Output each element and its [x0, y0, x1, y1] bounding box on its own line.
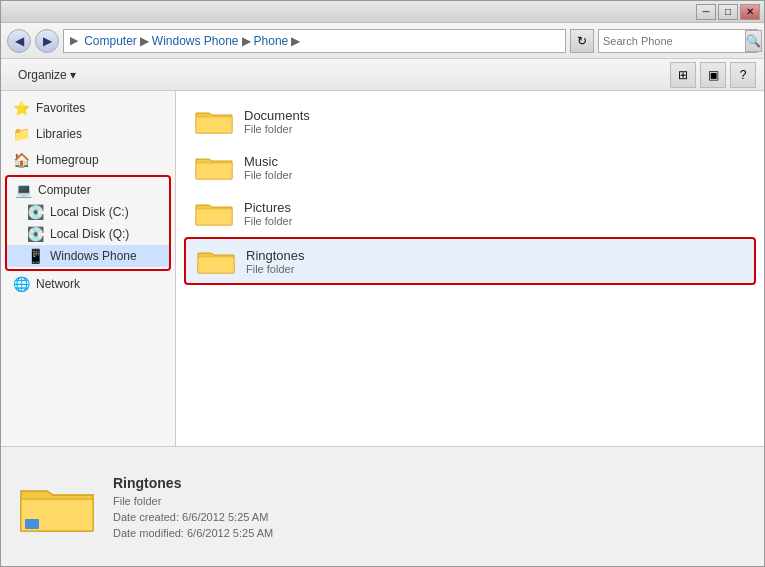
file-item-documents[interactable]: Documents File folder [184, 99, 756, 143]
file-item-music[interactable]: Music File folder [184, 145, 756, 189]
file-info-ringtones: Ringtones File folder [246, 248, 305, 275]
main-content: ⭐ Favorites 📁 Libraries 🏠 Homegroup [1, 91, 764, 446]
computer-section: 💻 Computer 💽 Local Disk (C:) 💽 Local Dis… [5, 175, 171, 271]
file-name-music: Music [244, 154, 292, 169]
sidebar-item-homegroup[interactable]: 🏠 Homegroup [1, 149, 175, 171]
sidebar: ⭐ Favorites 📁 Libraries 🏠 Homegroup [1, 91, 176, 446]
refresh-button[interactable]: ↻ [570, 29, 594, 53]
local-q-icon: 💽 [27, 226, 44, 242]
file-name-pictures: Pictures [244, 200, 292, 215]
search-input[interactable] [599, 35, 745, 47]
sidebar-item-local-q[interactable]: 💽 Local Disk (Q:) [7, 223, 169, 245]
file-info-pictures: Pictures File folder [244, 200, 292, 227]
file-type-ringtones: File folder [246, 263, 305, 275]
computer-label: Computer [38, 183, 161, 197]
search-bar: 🔍 [598, 29, 758, 53]
breadcrumb-sep-3: ▶ [291, 34, 300, 48]
title-bar: ─ □ ✕ [1, 1, 764, 23]
date-modified-label: Date modified: [113, 527, 184, 539]
date-modified-value: 6/6/2012 5:25 AM [187, 527, 273, 539]
organize-label: Organize [18, 68, 67, 82]
preview-name: Ringtones [113, 475, 273, 491]
title-bar-buttons: ─ □ ✕ [696, 4, 760, 20]
file-name-ringtones: Ringtones [246, 248, 305, 263]
preview-date-created: Date created: 6/6/2012 5:25 AM [113, 511, 273, 523]
help-button[interactable]: ? [730, 62, 756, 88]
local-c-label: Local Disk (C:) [50, 205, 161, 219]
folder-icon-music [194, 151, 234, 183]
favorites-section: ⭐ Favorites [1, 97, 175, 119]
toolbar: Organize ▾ ⊞ ▣ ? [1, 59, 764, 91]
organize-button[interactable]: Organize ▾ [9, 64, 85, 86]
maximize-button[interactable]: □ [718, 4, 738, 20]
breadcrumb-sep-2: ▶ [242, 34, 251, 48]
breadcrumb: ▶ Computer ▶ Windows Phone ▶ Phone ▶ [63, 29, 566, 53]
network-label: Network [36, 277, 167, 291]
favorites-label: Favorites [36, 101, 167, 115]
view-icon: ⊞ [678, 68, 688, 82]
libraries-label: Libraries [36, 127, 167, 141]
explorer-window: ─ □ ✕ ◀ ▶ ▶ Computer ▶ Windows Phone ▶ P… [0, 0, 765, 567]
search-button[interactable]: 🔍 [745, 30, 762, 52]
sidebar-item-network[interactable]: 🌐 Network [1, 273, 175, 295]
favorites-icon: ⭐ [13, 100, 30, 116]
minimize-button[interactable]: ─ [696, 4, 716, 20]
preview-type: File folder [113, 495, 273, 507]
file-item-ringtones[interactable]: Ringtones File folder [184, 237, 756, 285]
sidebar-item-computer[interactable]: 💻 Computer [7, 179, 169, 201]
breadcrumb-sep-1: ▶ [140, 34, 149, 48]
close-button[interactable]: ✕ [740, 4, 760, 20]
back-button[interactable]: ◀ [7, 29, 31, 53]
breadcrumb-phone[interactable]: Phone [254, 34, 289, 48]
file-type-pictures: File folder [244, 215, 292, 227]
homegroup-icon: 🏠 [13, 152, 30, 168]
sidebar-item-favorites[interactable]: ⭐ Favorites [1, 97, 175, 119]
libraries-section: 📁 Libraries [1, 123, 175, 145]
network-section: 🌐 Network [1, 273, 175, 295]
folder-icon-pictures [194, 197, 234, 229]
windows-phone-icon: 📱 [27, 248, 44, 264]
pane-icon: ▣ [708, 68, 719, 82]
folder-icon-ringtones [196, 245, 236, 277]
view-button[interactable]: ⊞ [670, 62, 696, 88]
forward-button[interactable]: ▶ [35, 29, 59, 53]
nav-bar: ◀ ▶ ▶ Computer ▶ Windows Phone ▶ Phone ▶… [1, 23, 764, 59]
homegroup-label: Homegroup [36, 153, 167, 167]
preview-folder-icon [17, 467, 97, 547]
sidebar-item-local-c[interactable]: 💽 Local Disk (C:) [7, 201, 169, 223]
file-item-pictures[interactable]: Pictures File folder [184, 191, 756, 235]
svg-rect-0 [25, 519, 39, 529]
help-icon: ? [740, 68, 747, 82]
folder-icon-documents [194, 105, 234, 137]
sidebar-item-libraries[interactable]: 📁 Libraries [1, 123, 175, 145]
windows-phone-label: Windows Phone [50, 249, 161, 263]
computer-icon: 💻 [15, 182, 32, 198]
breadcrumb-computer[interactable]: Computer [84, 34, 137, 48]
preview-info: Ringtones File folder Date created: 6/6/… [113, 475, 273, 539]
file-info-music: Music File folder [244, 154, 292, 181]
network-icon: 🌐 [13, 276, 30, 292]
organize-arrow: ▾ [70, 68, 76, 82]
homegroup-section: 🏠 Homegroup [1, 149, 175, 171]
toolbar-right: ⊞ ▣ ? [670, 62, 756, 88]
file-area: Documents File folder Music File fol [176, 91, 764, 446]
local-c-icon: 💽 [27, 204, 44, 220]
local-q-label: Local Disk (Q:) [50, 227, 161, 241]
file-list: Documents File folder Music File fol [184, 99, 756, 285]
date-created-label: Date created: [113, 511, 179, 523]
file-type-music: File folder [244, 169, 292, 181]
status-bar: Ringtones File folder Date created: 6/6/… [1, 446, 764, 566]
preview-date-modified: Date modified: 6/6/2012 5:25 AM [113, 527, 273, 539]
breadcrumb-windows-phone[interactable]: Windows Phone [152, 34, 239, 48]
sidebar-item-windows-phone[interactable]: 📱 Windows Phone [7, 245, 169, 267]
file-type-documents: File folder [244, 123, 310, 135]
file-info-documents: Documents File folder [244, 108, 310, 135]
date-created-value: 6/6/2012 5:25 AM [182, 511, 268, 523]
pane-button[interactable]: ▣ [700, 62, 726, 88]
libraries-icon: 📁 [13, 126, 30, 142]
file-name-documents: Documents [244, 108, 310, 123]
